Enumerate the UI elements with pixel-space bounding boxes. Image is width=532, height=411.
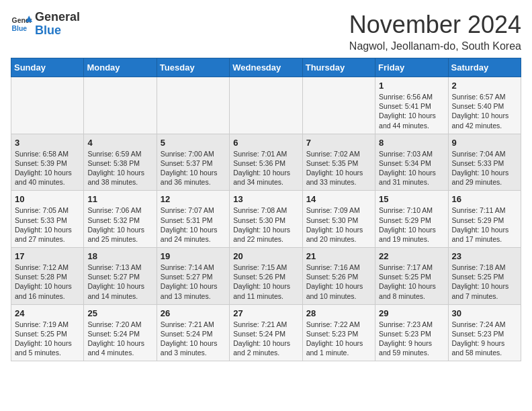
day-number: 4 [87,138,152,148]
week-row-5: 24Sunrise: 7:19 AM Sunset: 5:25 PM Dayli… [11,304,521,361]
calendar-cell [302,77,375,134]
day-number: 23 [452,251,517,261]
day-info: Sunrise: 7:07 AM Sunset: 5:31 PM Dayligh… [161,205,226,244]
day-number: 6 [233,138,298,148]
day-number: 12 [161,194,226,204]
day-info: Sunrise: 7:09 AM Sunset: 5:30 PM Dayligh… [306,205,371,244]
day-info: Sunrise: 7:21 AM Sunset: 5:24 PM Dayligh… [161,320,226,358]
calendar-cell: 21Sunrise: 7:16 AM Sunset: 5:26 PM Dayli… [302,248,375,305]
week-row-4: 17Sunrise: 7:12 AM Sunset: 5:28 PM Dayli… [11,248,521,305]
day-number: 27 [233,308,298,318]
calendar-cell: 26Sunrise: 7:21 AM Sunset: 5:24 PM Dayli… [157,304,229,361]
day-number: 13 [233,194,298,204]
day-number: 30 [452,308,517,318]
calendar-cell: 23Sunrise: 7:18 AM Sunset: 5:25 PM Dayli… [448,248,521,305]
day-info: Sunrise: 7:18 AM Sunset: 5:25 PM Dayligh… [452,263,517,301]
calendar-cell: 17Sunrise: 7:12 AM Sunset: 5:28 PM Dayli… [11,248,84,305]
logo: General Blue General Blue [11,11,80,38]
calendar-cell: 15Sunrise: 7:10 AM Sunset: 5:29 PM Dayli… [375,191,448,248]
calendar-cell: 19Sunrise: 7:14 AM Sunset: 5:27 PM Dayli… [157,248,229,305]
day-info: Sunrise: 7:06 AM Sunset: 5:32 PM Dayligh… [87,205,152,244]
day-number: 16 [452,194,517,204]
calendar-cell: 16Sunrise: 7:11 AM Sunset: 5:29 PM Dayli… [448,191,521,248]
day-number: 8 [379,138,444,148]
week-row-1: 1Sunrise: 6:56 AM Sunset: 5:41 PM Daylig… [11,77,521,134]
col-monday: Monday [84,58,157,77]
day-info: Sunrise: 7:10 AM Sunset: 5:29 PM Dayligh… [379,205,444,244]
day-info: Sunrise: 7:20 AM Sunset: 5:24 PM Dayligh… [87,320,152,358]
calendar-cell: 13Sunrise: 7:08 AM Sunset: 5:30 PM Dayli… [230,191,302,248]
day-number: 2 [452,81,517,91]
day-number: 28 [306,308,371,318]
day-number: 25 [87,308,152,318]
day-info: Sunrise: 6:59 AM Sunset: 5:38 PM Dayligh… [87,149,152,187]
calendar-cell: 4Sunrise: 6:59 AM Sunset: 5:38 PM Daylig… [84,134,157,191]
calendar-cell: 30Sunrise: 7:24 AM Sunset: 5:23 PM Dayli… [448,304,521,361]
calendar-cell [84,77,157,134]
calendar-cell: 8Sunrise: 7:03 AM Sunset: 5:34 PM Daylig… [375,134,448,191]
calendar-cell: 5Sunrise: 7:00 AM Sunset: 5:37 PM Daylig… [157,134,229,191]
calendar-cell: 2Sunrise: 6:57 AM Sunset: 5:40 PM Daylig… [448,77,521,134]
calendar-cell: 3Sunrise: 6:58 AM Sunset: 5:39 PM Daylig… [11,134,84,191]
day-info: Sunrise: 7:08 AM Sunset: 5:30 PM Dayligh… [233,205,298,244]
day-info: Sunrise: 7:02 AM Sunset: 5:35 PM Dayligh… [306,149,371,187]
day-info: Sunrise: 7:13 AM Sunset: 5:27 PM Dayligh… [87,263,152,301]
calendar-table: Sunday Monday Tuesday Wednesday Thursday… [11,58,521,361]
calendar-cell: 24Sunrise: 7:19 AM Sunset: 5:25 PM Dayli… [11,304,84,361]
day-info: Sunrise: 7:14 AM Sunset: 5:27 PM Dayligh… [161,263,226,301]
col-thursday: Thursday [302,58,375,77]
day-info: Sunrise: 7:12 AM Sunset: 5:28 PM Dayligh… [15,263,80,301]
day-info: Sunrise: 7:16 AM Sunset: 5:26 PM Dayligh… [306,263,371,301]
calendar-cell: 25Sunrise: 7:20 AM Sunset: 5:24 PM Dayli… [84,304,157,361]
day-info: Sunrise: 7:03 AM Sunset: 5:34 PM Dayligh… [379,149,444,187]
calendar-cell: 22Sunrise: 7:17 AM Sunset: 5:25 PM Dayli… [375,248,448,305]
page-header: General Blue General Blue November 2024 … [11,11,521,52]
day-info: Sunrise: 6:58 AM Sunset: 5:39 PM Dayligh… [15,149,80,187]
day-number: 24 [15,308,80,318]
calendar-cell: 12Sunrise: 7:07 AM Sunset: 5:31 PM Dayli… [157,191,229,248]
day-number: 15 [379,194,444,204]
day-number: 7 [306,138,371,148]
day-info: Sunrise: 6:56 AM Sunset: 5:41 PM Dayligh… [379,92,444,130]
day-info: Sunrise: 7:22 AM Sunset: 5:23 PM Dayligh… [306,320,371,358]
day-number: 11 [87,194,152,204]
title-area: November 2024 Nagwol, Jeollanam-do, Sout… [349,11,521,52]
day-number: 1 [379,81,444,91]
day-number: 22 [379,251,444,261]
col-sunday: Sunday [11,58,84,77]
day-number: 9 [452,138,517,148]
calendar-cell [230,77,302,134]
day-info: Sunrise: 7:05 AM Sunset: 5:33 PM Dayligh… [15,205,80,244]
calendar-cell: 7Sunrise: 7:02 AM Sunset: 5:35 PM Daylig… [302,134,375,191]
day-number: 10 [15,194,80,204]
calendar-cell: 18Sunrise: 7:13 AM Sunset: 5:27 PM Dayli… [84,248,157,305]
calendar-cell: 27Sunrise: 7:21 AM Sunset: 5:24 PM Dayli… [230,304,302,361]
day-info: Sunrise: 7:01 AM Sunset: 5:36 PM Dayligh… [233,149,298,187]
calendar-cell: 28Sunrise: 7:22 AM Sunset: 5:23 PM Dayli… [302,304,375,361]
calendar-cell: 1Sunrise: 6:56 AM Sunset: 5:41 PM Daylig… [375,77,448,134]
calendar-cell [11,77,84,134]
day-info: Sunrise: 7:21 AM Sunset: 5:24 PM Dayligh… [233,320,298,358]
calendar-cell: 11Sunrise: 7:06 AM Sunset: 5:32 PM Dayli… [84,191,157,248]
day-number: 17 [15,251,80,261]
day-info: Sunrise: 6:57 AM Sunset: 5:40 PM Dayligh… [452,92,517,130]
calendar-cell: 14Sunrise: 7:09 AM Sunset: 5:30 PM Dayli… [302,191,375,248]
day-info: Sunrise: 7:15 AM Sunset: 5:26 PM Dayligh… [233,263,298,301]
weekday-row: Sunday Monday Tuesday Wednesday Thursday… [11,58,521,77]
day-number: 26 [161,308,226,318]
day-info: Sunrise: 7:23 AM Sunset: 5:23 PM Dayligh… [379,320,444,358]
logo-general-text: General [35,11,80,24]
day-info: Sunrise: 7:00 AM Sunset: 5:37 PM Dayligh… [161,149,226,187]
location-title: Nagwol, Jeollanam-do, South Korea [349,40,521,52]
day-info: Sunrise: 7:17 AM Sunset: 5:25 PM Dayligh… [379,263,444,301]
day-number: 29 [379,308,444,318]
day-info: Sunrise: 7:24 AM Sunset: 5:23 PM Dayligh… [452,320,517,358]
day-info: Sunrise: 7:04 AM Sunset: 5:33 PM Dayligh… [452,149,517,187]
logo-icon: General Blue [11,13,32,35]
day-number: 5 [161,138,226,148]
calendar-cell: 9Sunrise: 7:04 AM Sunset: 5:33 PM Daylig… [448,134,521,191]
calendar-header: Sunday Monday Tuesday Wednesday Thursday… [11,58,521,77]
day-number: 14 [306,194,371,204]
week-row-2: 3Sunrise: 6:58 AM Sunset: 5:39 PM Daylig… [11,134,521,191]
day-number: 19 [161,251,226,261]
